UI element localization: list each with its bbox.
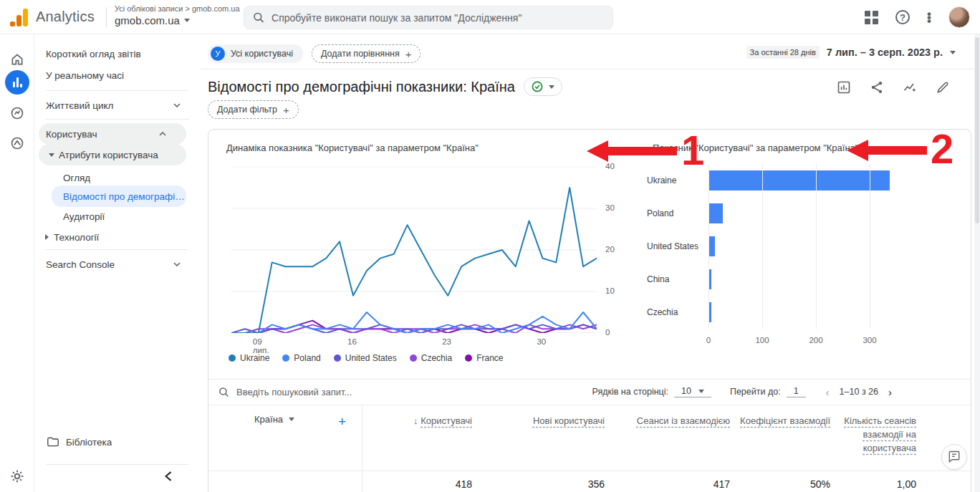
dimension-header[interactable]: Країна + <box>208 405 362 471</box>
nav-library[interactable]: Бібліотека <box>34 431 201 453</box>
dimension-caret-icon <box>289 418 294 421</box>
nav-reports-snapshot[interactable]: Короткий огляд звітів <box>34 43 201 64</box>
search-icon <box>218 387 229 397</box>
nav-user-section[interactable]: Користувач <box>39 123 186 145</box>
analytics-app: Analytics Усі облікові записи > gmob.com… <box>0 0 980 492</box>
add-comparison-button[interactable]: Додати порівняння+ <box>312 44 421 63</box>
x-tick-label: 300 <box>855 336 884 344</box>
feedback-icon <box>948 450 961 463</box>
left-rail <box>0 34 34 492</box>
table-search[interactable] <box>208 387 509 397</box>
next-page-icon[interactable]: › <box>884 386 896 398</box>
plus-icon: + <box>405 48 412 60</box>
total-engaged-sessions: 417100% від загального підсумка <box>613 471 739 492</box>
table-search-input[interactable] <box>236 387 451 397</box>
category-label: Czechia <box>647 307 707 317</box>
report-nav: Короткий огляд звітів У реальному часі Ж… <box>34 34 201 492</box>
date-range-picker[interactable]: За останні 28 днів 7 лип. – 3 серп. 2023… <box>746 46 956 59</box>
top-bar: Analytics Усі облікові записи > gmob.com… <box>0 0 980 34</box>
global-search-input[interactable] <box>272 12 604 24</box>
legend-dot-icon <box>465 354 472 362</box>
bar-chart[interactable] <box>708 164 923 329</box>
rows-per-page-label: Рядків на сторінці: <box>592 387 669 397</box>
breadcrumb: Усі облікові записи > gmob.com.ua <box>115 4 240 13</box>
report-status-badge[interactable] <box>524 77 562 96</box>
nav-audiences[interactable]: Аудиторії <box>34 206 201 227</box>
global-search[interactable] <box>244 6 613 29</box>
share-icon[interactable] <box>870 80 884 95</box>
goto-page-input[interactable]: 1 <box>787 386 806 397</box>
date-caret-icon <box>950 51 956 54</box>
y-tick-label: 40 <box>605 162 615 170</box>
table-header-row: Країна + ↓ Користувачі Нові користувачі … <box>208 405 972 471</box>
gridline <box>762 164 763 329</box>
user-avatar[interactable] <box>948 6 970 28</box>
column-header-users[interactable]: ↓ Користувачі <box>362 405 481 471</box>
nav-user-attributes[interactable]: Атрибути користувача <box>39 144 186 165</box>
customize-report-icon[interactable] <box>837 80 851 95</box>
more-vert-icon[interactable]: ••• <box>927 12 931 23</box>
legend-item: Czechia <box>410 353 452 363</box>
search-icon <box>253 11 264 24</box>
account-switcher[interactable]: gmob.com.ua <box>115 14 190 26</box>
page-scrollbar[interactable] <box>974 34 980 492</box>
nav-tech[interactable]: Технології <box>34 226 201 248</box>
insights-icon[interactable] <box>903 80 917 95</box>
column-header-new-users[interactable]: Нові користувачі <box>481 405 613 471</box>
bar-chart-categories: UkrainePolandUnited StatesChinaCzechia <box>647 164 707 329</box>
select-caret-icon <box>698 390 704 393</box>
gridline <box>816 164 817 329</box>
add-filter-button[interactable]: Додати фільтр+ <box>208 100 299 119</box>
expanded-triangle-icon <box>49 153 54 157</box>
table-totals-row: 418100% від загального підсумка 356100% … <box>208 471 972 492</box>
topbar-divider <box>106 7 107 27</box>
y-tick-label: 0 <box>605 328 610 337</box>
total-users: 418100% від загального підсумка <box>362 471 481 492</box>
nav-divider <box>46 464 189 465</box>
settings-icon[interactable] <box>10 469 24 483</box>
sort-desc-icon: ↓ <box>413 415 421 426</box>
nav-realtime[interactable]: У реальному часі <box>34 64 201 86</box>
apps-grid-icon[interactable] <box>865 11 878 24</box>
total-engagement-rate: 50%Сер. 0% <box>739 471 839 492</box>
analytics-logo-icon[interactable] <box>10 8 30 26</box>
bar-united-states[interactable] <box>708 236 715 256</box>
add-dimension-button[interactable]: + <box>338 414 346 430</box>
prev-page-icon[interactable]: ‹ <box>822 386 834 398</box>
legend-dot-icon <box>410 354 417 362</box>
explore-icon[interactable] <box>10 106 24 120</box>
chevron-down-icon <box>173 103 181 107</box>
collapsed-triangle-icon <box>45 234 49 240</box>
line-chart[interactable] <box>231 167 597 333</box>
home-icon[interactable] <box>10 52 24 67</box>
column-header-engagement-rate[interactable]: Коефіцієнт взаємодії <box>739 405 839 471</box>
line-chart-legend: UkrainePolandUnited StatesCzechiaFrance <box>229 353 504 363</box>
edit-icon[interactable] <box>936 80 950 95</box>
column-header-engaged-sessions[interactable]: Сеанси із взаємодією <box>613 405 739 471</box>
rows-per-page-select[interactable]: 10 <box>674 386 711 397</box>
feedback-button[interactable] <box>941 444 967 470</box>
column-header-sessions-per-user[interactable]: Кількість сеансів взаємодії на користува… <box>839 405 925 471</box>
bar-chart-glyph <box>13 77 22 87</box>
nav-lifecycle[interactable]: Життєвий цикл <box>34 95 201 116</box>
bar-ukraine[interactable] <box>708 170 890 190</box>
bar-poland[interactable] <box>708 203 723 223</box>
nav-divider <box>46 90 189 91</box>
scrollbar-thumb[interactable] <box>975 37 979 223</box>
date-range-value: 7 лип. – 3 серп. 2023 р. <box>827 47 943 58</box>
category-label: Poland <box>647 208 707 218</box>
legend-item: United States <box>334 353 397 363</box>
x-tick-label: 100 <box>748 336 777 344</box>
x-tick-label: 09лип. <box>253 337 282 354</box>
advertising-icon[interactable] <box>10 136 24 150</box>
x-tick-label: 200 <box>802 336 830 344</box>
brand-name: Analytics <box>36 9 95 25</box>
help-icon[interactable]: ? <box>895 10 910 24</box>
nav-search-console[interactable]: Search Console <box>34 254 201 275</box>
reports-icon[interactable] <box>5 70 29 95</box>
audience-chip[interactable]: У Усі користувачі <box>208 44 303 63</box>
nav-demographic-details[interactable]: Відомості про демографіч... <box>52 185 186 207</box>
line-chart-title: Динаміка показника "Користувачі" за пара… <box>226 143 479 153</box>
nav-divider <box>46 249 189 250</box>
collapse-sidebar-icon[interactable] <box>165 471 172 481</box>
